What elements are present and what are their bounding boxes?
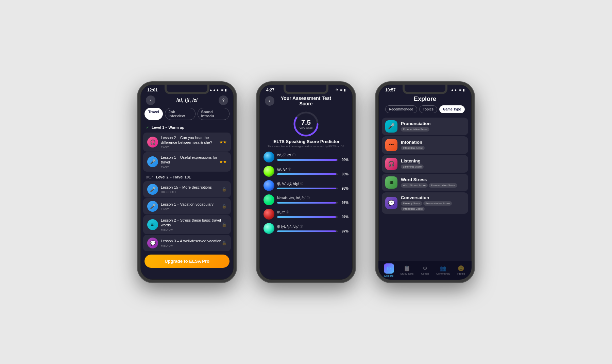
- lesson-icon-1: 🎧: [147, 137, 158, 148]
- lesson-text-1: Lesson 2 – Can you hear the difference b…: [161, 135, 219, 149]
- intonation-card-text: Intonation Intonation Score: [401, 140, 465, 150]
- phone1-header: ‹ /s/, /ʃ/, /z/ ?: [140, 94, 234, 108]
- score-circle-container: 7.5 Very Good: [292, 110, 320, 138]
- status-time-1: 12:01: [147, 88, 158, 92]
- pronunciation-tags: Pronunciation Score: [401, 127, 465, 132]
- bar-fill-1: [277, 159, 337, 161]
- profile-icon: 🙂: [458, 265, 464, 272]
- tab-sound-intro[interactable]: Sound Introdu: [198, 108, 230, 120]
- level1-header: ✓ Level 1 – Warm up: [140, 123, 234, 132]
- explore-nav-icon: ⊙: [387, 265, 391, 272]
- score-item-1: /s/, /ʃ/, /z/ ⓘ 99%: [259, 150, 353, 164]
- locked-icon-4: 💬: [147, 238, 158, 248]
- score-item-4: Nasals: /m/, /n/, /ŋ/ ⓘ 97%: [259, 193, 353, 207]
- back-icon-1: ‹: [150, 98, 151, 103]
- wifi-icon: ≋: [221, 88, 223, 92]
- tabs-row: Travel Job Interview Sound Introdu: [140, 108, 234, 123]
- stars-2: ★★: [219, 159, 227, 164]
- explore-card-listening[interactable]: 🎧 Listening Listening Score: [382, 155, 468, 173]
- nav-profile[interactable]: 🙂 Profile: [452, 265, 470, 275]
- back-button-2[interactable]: ‹: [265, 96, 274, 106]
- lesson-item-1[interactable]: 🎧 Lesson 2 – Can you hear the difference…: [143, 133, 231, 152]
- locked-text-2: Lesson 1 – Vacation vocabulary EASY: [161, 202, 222, 211]
- lesson-text-2: Lesson 1 – Useful expressions for travel…: [161, 155, 219, 169]
- pronunciation-icon: 🎤: [385, 120, 397, 133]
- lesson-icon-2: 🎤: [147, 156, 158, 167]
- explore-card-word-stress[interactable]: ≋ Word Stress Word Stress Score Pronunci…: [382, 174, 468, 191]
- lock-icon-2: 🔒: [222, 204, 227, 209]
- bottom-nav: ⊙ Explore 📋 Study Sets ⚙ Coach 👥 Communi…: [378, 261, 472, 280]
- locked-lesson-4: 💬 Lesson 3 – A well-deserved vacation ME…: [143, 235, 231, 251]
- back-button-1[interactable]: ‹: [146, 96, 155, 105]
- locked-icon-3: ≋: [147, 219, 158, 230]
- locked-text-1: Lesson 15 – More descriptions DIFFICULT: [161, 185, 222, 194]
- locked-text-4: Lesson 3 – A well-deserved vacation MEDI…: [161, 239, 222, 247]
- score-item-5: /l/, /r/ ⓘ 97%: [259, 207, 353, 221]
- score-item-2: /u/, /ʊ/ ⓘ 98%: [259, 164, 353, 178]
- back-icon-2: ‹: [269, 99, 270, 103]
- tab-job-interview[interactable]: Job Interview: [165, 108, 196, 120]
- stars-1: ★★: [219, 140, 227, 144]
- lesson-item-2[interactable]: 🎤 Lesson 1 – Useful expressions for trav…: [143, 152, 231, 172]
- battery-icon: ▮: [225, 88, 227, 92]
- intonation-tags: Intonation Score: [401, 146, 465, 150]
- phone-3: 10:57 ▲▲ ≋ ▮ Explore Recommended Topics …: [376, 82, 474, 282]
- locked-lesson-1: 🎤 Lesson 15 – More descriptions DIFFICUL…: [143, 181, 231, 197]
- ball-2: [264, 166, 274, 177]
- bar-fill-5: [277, 216, 336, 218]
- explore-title: Explore: [378, 94, 472, 105]
- ielts-sub: This score has not been approved or endo…: [259, 145, 353, 148]
- locked-icon-2: 🎤: [147, 201, 158, 212]
- ielts-title: IELTS Speaking Score Predictor: [259, 139, 353, 144]
- phone-1: 12:01 ▲▲▲ ≋ ▮ ‹ /s/, /ʃ/, /z/ ?: [138, 82, 236, 282]
- phone2-header: ‹ Your Assessment Test Score: [259, 94, 353, 109]
- pronunciation-card-text: Pronunciation Pronunciation Score: [401, 121, 465, 132]
- tab-travel[interactable]: Travel: [144, 108, 163, 120]
- coach-icon: ⚙: [423, 265, 427, 272]
- status-bar-2: 4:27 ✈ ≋ ▮: [259, 85, 353, 94]
- level2-header: 0/17 Level 2 – Travel 101: [140, 172, 234, 180]
- upgrade-button[interactable]: Upgrade to ELSA Pro: [144, 255, 230, 268]
- tab-recommended[interactable]: Recommended: [385, 105, 417, 113]
- locked-lesson-2: 🎤 Lesson 1 – Vacation vocabulary EASY 🔒: [143, 198, 231, 214]
- nav-study-sets[interactable]: 📋 Study Sets: [398, 265, 416, 275]
- battery-icon-2: ▮: [344, 88, 346, 92]
- ball-1: [264, 152, 274, 162]
- explore-nav-bg: ⊙: [384, 263, 394, 274]
- tab-game-type[interactable]: Game Type: [439, 105, 465, 113]
- study-sets-icon: 📋: [404, 265, 410, 272]
- conversation-icon: 💬: [385, 197, 397, 209]
- lock-icon-1: 🔒: [222, 187, 227, 192]
- explore-card-conversation[interactable]: 💬 Conversation Fluency Score Pronunciati…: [382, 192, 468, 214]
- ball-5: [264, 209, 274, 220]
- conversation-tags: Fluency Score Pronunciation Score Intona…: [401, 201, 465, 211]
- signal-icon: ▲▲▲: [209, 88, 219, 92]
- status-bar-3: 10:57 ▲▲ ≋ ▮: [378, 85, 472, 94]
- info-button[interactable]: ?: [219, 96, 228, 105]
- nav-community[interactable]: 👥 Community: [434, 265, 452, 275]
- bar-fill-6: [277, 230, 336, 232]
- nav-explore[interactable]: ⊙ Explore: [380, 263, 398, 277]
- lock-icon-4: 🔒: [222, 241, 227, 245]
- explore-card-pronunciation[interactable]: 🎤 Pronunciation Pronunciation Score: [382, 118, 468, 135]
- score-text: 7.5 Very Good: [300, 119, 312, 129]
- intonation-icon: 〜: [385, 139, 397, 151]
- conversation-card-text: Conversation Fluency Score Pronunciation…: [401, 195, 465, 211]
- bar-fill-3: [277, 188, 336, 189]
- lock-icon-3: 🔒: [222, 222, 227, 227]
- status-icons-1: ▲▲▲ ≋ ▮: [209, 88, 227, 92]
- explore-card-intonation[interactable]: 〜 Intonation Intonation Score: [382, 136, 468, 154]
- word-stress-tags: Word Stress Score Pronunciation Score: [401, 183, 465, 188]
- tab-topics[interactable]: Topics: [419, 105, 437, 113]
- locked-text-3: Lesson 2 – Stress these basic travel wor…: [161, 218, 222, 232]
- explore-tabs: Recommended Topics Game Type: [378, 105, 472, 117]
- nav-coach[interactable]: ⚙ Coach: [416, 265, 434, 275]
- word-stress-card-text: Word Stress Word Stress Score Pronunciat…: [401, 177, 465, 188]
- bar-fill-2: [277, 173, 336, 175]
- locked-lesson-3: ≋ Lesson 2 – Stress these basic travel w…: [143, 215, 231, 235]
- listening-icon: 🎧: [385, 158, 397, 170]
- phone1-title: /s/, /ʃ/, /z/: [176, 97, 198, 103]
- ball-3: [264, 180, 274, 191]
- phone-2: 4:27 ✈ ≋ ▮ ‹ Your Assessment Test Score: [257, 82, 355, 282]
- status-bar-1: 12:01 ▲▲▲ ≋ ▮: [140, 85, 234, 94]
